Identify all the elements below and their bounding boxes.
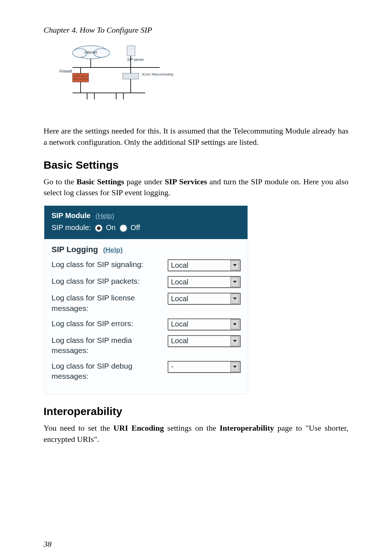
log-select-signaling[interactable]: Local	[168, 259, 240, 271]
diagram-label-telecom: 3Com Telecommuting Module	[142, 73, 174, 76]
section-heading-interoperability: Interoperability	[44, 405, 348, 418]
svg-rect-7	[73, 73, 89, 82]
radio-off-label: Off	[131, 223, 140, 231]
text-bold: URI Encoding	[114, 423, 164, 432]
chapter-header: Chapter 4. How To Configure SIP	[44, 25, 348, 35]
sip-module-title: SIP Module	[52, 212, 90, 219]
log-row-packets: Log class for SIP packets: Local	[52, 276, 240, 288]
chevron-down-icon	[230, 336, 239, 346]
svg-marker-23	[233, 297, 237, 300]
chevron-down-icon	[230, 294, 239, 304]
log-row-signaling: Log class for SIP signaling: Local	[52, 259, 240, 271]
log-label: Log class for SIP media messages:	[52, 335, 160, 356]
log-select-media[interactable]: Local	[168, 335, 240, 347]
select-value: Local	[171, 278, 188, 286]
select-value: -	[171, 362, 173, 371]
text-bold: SIP Services	[165, 177, 207, 186]
sip-logging-title: SIP Logging	[52, 245, 98, 254]
select-value: Local	[171, 337, 188, 345]
log-label: Log class for SIP signaling:	[52, 259, 160, 270]
basic-settings-paragraph: Go to the Basic Settings page under SIP …	[44, 176, 348, 199]
log-label: Log class for SIP license messages:	[52, 293, 160, 313]
chevron-down-icon	[230, 362, 239, 372]
help-link-sip-logging[interactable]: (Help)	[103, 246, 123, 254]
telecom-module-icon: 3Com Telecommuting Module	[123, 73, 174, 79]
page-content: Chapter 4. How To Configure SIP Internet…	[0, 0, 392, 554]
log-select-license[interactable]: Local	[168, 293, 240, 304]
radio-on[interactable]	[95, 225, 102, 232]
interoperability-paragraph: You need to set the URI Encoding setting…	[44, 423, 348, 445]
svg-rect-4	[128, 47, 134, 49]
diagram-label-sip-server: SIP server	[127, 58, 144, 62]
sip-logging-section: SIP Logging (Help) Log class for SIP sig…	[44, 239, 248, 394]
text-fragment: Go to the	[44, 177, 77, 186]
cloud-icon: Internet	[73, 46, 110, 59]
log-row-errors: Log class for SIP errors: Local	[52, 319, 240, 330]
diagram-label-firewall: Firewall	[60, 69, 72, 73]
diagram-label-internet: Internet	[85, 50, 97, 54]
log-label: Log class for SIP debug messages:	[52, 361, 160, 382]
help-link-sip-module[interactable]: (Help)	[95, 212, 114, 219]
sip-module-radio-row: SIP module: On Off	[52, 223, 240, 232]
log-select-errors[interactable]: Local	[168, 319, 240, 330]
select-value: Local	[171, 320, 188, 328]
sip-module-row-label: SIP module:	[52, 223, 91, 231]
log-label: Log class for SIP errors:	[52, 319, 160, 329]
chevron-down-icon	[230, 319, 239, 329]
select-value: Local	[171, 295, 188, 303]
text-bold: Interoperability	[220, 423, 274, 432]
svg-marker-26	[233, 366, 237, 368]
text-fragment: You need to set the	[44, 423, 114, 432]
diagram-svg: Internet SIP server Firewall	[58, 42, 174, 115]
radio-on-label: On	[106, 223, 116, 231]
sip-server-icon: SIP server	[127, 46, 144, 62]
sip-settings-panel: SIP Module (Help) SIP module: On Off SIP…	[44, 205, 248, 394]
log-select-packets[interactable]: Local	[168, 276, 240, 288]
log-label: Log class for SIP packets:	[52, 276, 160, 286]
select-value: Local	[171, 261, 188, 270]
text-fragment: settings on the	[164, 423, 220, 432]
sip-module-section: SIP Module (Help) SIP module: On Off	[44, 206, 248, 239]
text-bold: Basic Settings	[77, 177, 124, 186]
log-row-license: Log class for SIP license messages: Loca…	[52, 293, 240, 313]
radio-off[interactable]	[120, 225, 127, 232]
svg-marker-21	[233, 264, 237, 266]
firewall-icon: Firewall	[60, 69, 89, 82]
log-row-media: Log class for SIP media messages: Local	[52, 335, 240, 356]
intro-paragraph: Here are the settings needed for this. I…	[44, 126, 348, 148]
section-heading-basic-settings: Basic Settings	[44, 159, 348, 171]
log-select-debug[interactable]: -	[168, 361, 240, 373]
log-row-debug: Log class for SIP debug messages: -	[52, 361, 240, 382]
svg-marker-22	[233, 281, 237, 283]
chevron-down-icon	[230, 260, 239, 270]
chevron-down-icon	[230, 277, 239, 287]
page-number: 38	[44, 539, 348, 549]
svg-marker-24	[233, 323, 237, 325]
svg-marker-25	[233, 340, 237, 342]
network-diagram: Internet SIP server Firewall	[58, 42, 348, 115]
svg-rect-13	[123, 73, 139, 79]
text-fragment: page under	[124, 177, 165, 186]
